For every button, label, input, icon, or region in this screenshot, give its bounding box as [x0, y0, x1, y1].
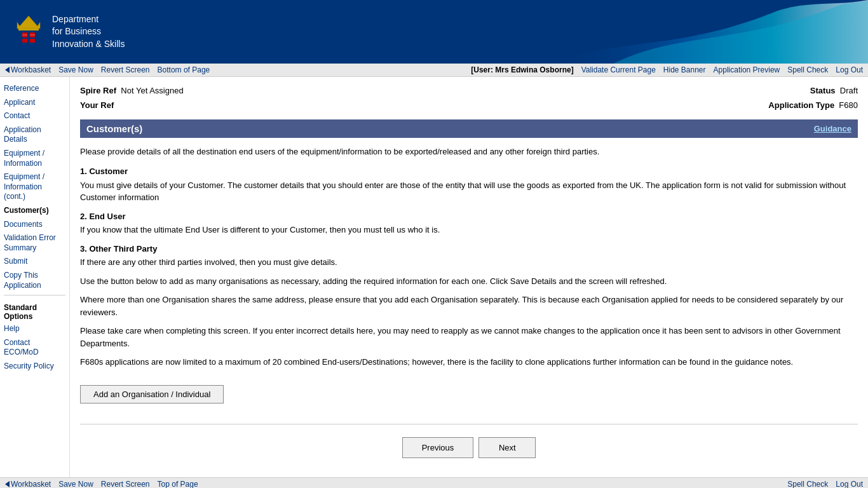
section-header: Customer(s) Guidance [80, 119, 858, 138]
app-type-row: Application Type F680 [768, 98, 858, 112]
svg-marker-1 [17, 16, 40, 29]
bottom-top-of-page-link[interactable]: Top of Page [158, 480, 198, 488]
status-row: Status Draft [768, 83, 858, 98]
instruction2: Where more than one Organisation shares … [80, 294, 858, 318]
third-party-section: 3. Other Third Party If there are any ot… [80, 243, 858, 269]
bottom-revert-screen-link[interactable]: Revert Screen [101, 480, 150, 488]
bottom-save-now-link[interactable]: Save Now [58, 480, 93, 488]
your-ref-row: Your Ref [80, 98, 184, 112]
content-intro: Please provide details of all the destin… [80, 146, 858, 158]
next-button[interactable]: Next [478, 437, 536, 458]
department-name: Department for Business Innovation & Ski… [52, 13, 125, 51]
sidebar-item-reference[interactable]: Reference [0, 82, 69, 96]
spell-check-link[interactable]: Spell Check [787, 65, 828, 74]
application-preview-link[interactable]: Application Preview [714, 65, 780, 74]
customer-section: 1. Customer You must give details of you… [80, 165, 858, 204]
bottom-back-triangle-icon [5, 481, 10, 487]
user-info: [User: Mrs Edwina Osborne] [471, 65, 573, 74]
bottom-workbasket-link[interactable]: Workbasket [5, 480, 51, 488]
sidebar-item-contact[interactable]: Contact [0, 109, 69, 123]
sidebar-item-application-details[interactable]: Application Details [0, 123, 69, 147]
previous-button[interactable]: Previous [402, 437, 474, 458]
sidebar-item-equipment-information-cont[interactable]: Equipment / Information (cont.) [0, 170, 69, 204]
sidebar-item-submit[interactable]: Submit [0, 255, 69, 269]
ref-right: Status Draft Application Type F680 [768, 83, 858, 113]
sidebar-item-contact-eco-mod[interactable]: Contact ECO/MoD [0, 336, 69, 360]
banner-wave [550, 0, 868, 64]
logo-area: Department for Business Innovation & Ski… [13, 13, 125, 51]
spire-ref-row: Spire Ref Not Yet Assigned [80, 83, 184, 98]
bottom-nav-right: Spell Check Log Out [787, 480, 863, 488]
sidebar-item-applicant[interactable]: Applicant [0, 96, 69, 110]
sidebar-item-copy-this-application[interactable]: Copy This Application [0, 269, 69, 292]
content-area: Spire Ref Not Yet Assigned Your Ref Stat… [70, 77, 868, 477]
content-separator [80, 424, 858, 424]
add-organisation-button[interactable]: Add an Organisation / Individual [80, 385, 224, 403]
app-type-value: F680 [839, 100, 858, 110]
instruction4: F680s applications are now limited to a … [80, 356, 858, 369]
sidebar-divider [4, 295, 65, 295]
ref-status-bar: Spire Ref Not Yet Assigned Your Ref Stat… [80, 83, 858, 113]
svg-rect-2 [18, 29, 39, 30]
spire-ref-label: Spire Ref [80, 86, 116, 95]
end-user-text: If you know that the ultimate End User i… [80, 224, 858, 236]
back-triangle-icon [5, 67, 10, 73]
top-nav-bar: Workbasket Save Now Revert Screen Bottom… [0, 64, 868, 77]
your-ref-label: Your Ref [80, 100, 114, 110]
nav-buttons: Previous Next [80, 437, 858, 458]
sidebar: Reference Applicant Contact Application … [0, 77, 70, 477]
save-now-link[interactable]: Save Now [58, 65, 93, 74]
sidebar-item-validation-error-summary[interactable]: Validation Error Summary [0, 231, 69, 255]
sidebar-item-documents[interactable]: Documents [0, 218, 69, 232]
bottom-log-out-link[interactable]: Log Out [836, 480, 863, 488]
instruction3: Please take care when completing this sc… [80, 325, 858, 349]
bottom-nav-bar: Workbasket Save Now Revert Screen Top of… [0, 477, 868, 488]
add-org-container: Add an Organisation / Individual [80, 375, 858, 414]
bottom-nav-left: Workbasket Save Now Revert Screen Top of… [5, 480, 198, 488]
end-user-title: 2. End User [80, 210, 858, 223]
third-party-title: 3. Other Third Party [80, 243, 858, 255]
sidebar-item-help[interactable]: Help [0, 322, 69, 336]
svg-rect-6 [22, 39, 27, 43]
customer-text: You must give details of your Customer. … [80, 179, 858, 204]
header-banner: Department for Business Innovation & Ski… [0, 0, 868, 64]
instruction1: Use the button below to add as many orga… [80, 275, 858, 288]
bottom-spell-check-link[interactable]: Spell Check [787, 480, 828, 488]
spire-ref-value: Not Yet Assigned [121, 86, 183, 95]
third-party-text: If there are any other third parties inv… [80, 256, 858, 269]
ref-left: Spire Ref Not Yet Assigned Your Ref [80, 83, 184, 113]
log-out-link[interactable]: Log Out [836, 65, 863, 74]
sidebar-item-equipment-information[interactable]: Equipment / Information [0, 147, 69, 170]
validate-current-page-link[interactable]: Validate Current Page [581, 65, 656, 74]
crest-icon [13, 13, 44, 51]
top-nav-left: Workbasket Save Now Revert Screen Bottom… [5, 65, 210, 74]
section-title: Customer(s) [86, 123, 142, 134]
app-type-label: Application Type [768, 100, 834, 110]
top-nav-right: [User: Mrs Edwina Osborne] Validate Curr… [471, 65, 863, 74]
sidebar-item-security-policy[interactable]: Security Policy [0, 360, 69, 374]
end-user-section: 2. End User If you know that the ultimat… [80, 210, 858, 236]
revert-screen-link[interactable]: Revert Screen [101, 65, 150, 74]
customer-title: 1. Customer [80, 165, 858, 178]
status-value: Draft [840, 86, 858, 95]
hide-banner-link[interactable]: Hide Banner [663, 65, 706, 74]
main-layout: Reference Applicant Contact Application … [0, 77, 868, 477]
guidance-link[interactable]: Guidance [814, 124, 851, 133]
svg-rect-7 [30, 39, 35, 43]
status-label: Status [810, 86, 836, 95]
bottom-of-page-link[interactable]: Bottom of Page [158, 65, 210, 74]
standard-options-label: Standard Options [0, 298, 69, 322]
sidebar-item-customers[interactable]: Customer(s) [0, 204, 69, 218]
workbasket-link[interactable]: Workbasket [5, 65, 51, 74]
